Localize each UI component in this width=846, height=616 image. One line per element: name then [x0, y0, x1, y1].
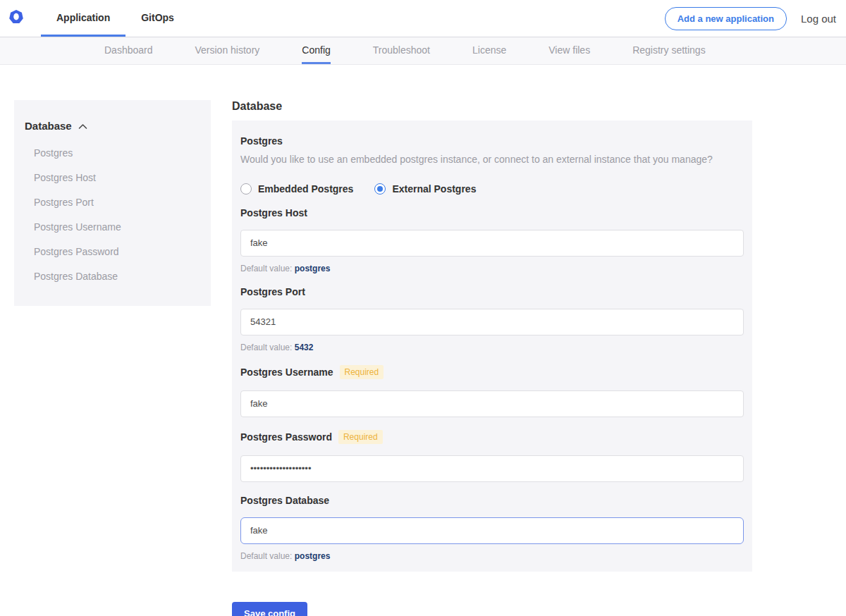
sidebar-item-postgres-port[interactable]: Postgres Port [34, 190, 211, 215]
add-application-button[interactable]: Add a new application [665, 7, 787, 30]
postgres-database-input[interactable] [240, 517, 744, 544]
field-postgres-port: Postgres Port Default value: 5432 [240, 286, 744, 352]
radio-circle-icon [240, 183, 252, 195]
sidebar-items: Postgres Postgres Host Postgres Port Pos… [14, 141, 211, 289]
field-label: Postgres Password Required [240, 430, 744, 444]
topbar-right: Add a new application Log out [665, 0, 846, 37]
default-value-hint: Default value: postgres [240, 264, 744, 273]
field-label-text: Postgres Password [240, 431, 332, 443]
kots-logo-icon [8, 9, 24, 27]
topbar: Application GitOps Add a new application… [0, 0, 846, 37]
sidebar-item-postgres-database[interactable]: Postgres Database [34, 264, 211, 289]
section-description: Would you like to use an embedded postgr… [240, 153, 744, 167]
field-label-text: Postgres Port [240, 286, 305, 297]
postgres-host-input[interactable] [240, 230, 744, 257]
app-subnav: Dashboard Version history Config Trouble… [0, 37, 846, 65]
topbar-left: Application GitOps [0, 0, 190, 37]
tab-application[interactable]: Application [41, 0, 125, 37]
radio-embedded-postgres[interactable]: Embedded Postgres [240, 183, 353, 195]
default-value: 5432 [295, 343, 314, 352]
required-badge: Required [340, 365, 384, 379]
chevron-up-icon [78, 120, 87, 132]
postgres-username-input[interactable] [240, 390, 744, 417]
subnav-item-version-history[interactable]: Version history [195, 37, 260, 64]
field-label: Postgres Database [240, 495, 744, 506]
config-main: Database Postgres Would you like to use … [232, 100, 752, 616]
sidebar-group-label: Database [25, 120, 72, 132]
database-config-panel: Postgres Would you like to use an embedd… [232, 121, 752, 572]
default-label: Default value: [240, 343, 292, 352]
logout-link[interactable]: Log out [801, 13, 836, 25]
radio-embedded-label: Embedded Postgres [258, 183, 353, 195]
radio-circle-icon [374, 183, 386, 195]
page-title: Database [232, 100, 752, 113]
field-label: Postgres Host [240, 207, 744, 218]
section-title: Postgres [240, 135, 744, 147]
default-value: postgres [295, 264, 331, 273]
required-badge: Required [338, 430, 383, 444]
field-postgres-database: Postgres Database Default value: postgre… [240, 495, 744, 561]
field-postgres-password: Postgres Password Required [240, 430, 744, 482]
save-config-button[interactable]: Save config [232, 602, 307, 616]
subnav-item-view-files[interactable]: View files [548, 37, 590, 64]
config-sidebar: Database Postgres Postgres Host Postgres… [14, 100, 211, 306]
default-value: postgres [295, 551, 331, 561]
config-content: Database Postgres Postgres Host Postgres… [0, 65, 846, 616]
field-postgres-username: Postgres Username Required [240, 365, 744, 417]
subnav-item-license[interactable]: License [472, 37, 506, 64]
tab-gitops[interactable]: GitOps [125, 0, 190, 37]
default-label: Default value: [240, 264, 292, 273]
postgres-mode-radio-group: Embedded Postgres External Postgres [240, 183, 744, 195]
sidebar-item-postgres-username[interactable]: Postgres Username [34, 215, 211, 240]
subnav-item-registry-settings[interactable]: Registry settings [632, 37, 705, 64]
field-postgres-host: Postgres Host Default value: postgres [240, 207, 744, 273]
sidebar-item-postgres[interactable]: Postgres [34, 141, 211, 166]
tab-application-label: Application [56, 12, 110, 23]
field-label-text: Postgres Database [240, 495, 329, 506]
sidebar-group-database[interactable]: Database [25, 120, 211, 132]
postgres-port-input[interactable] [240, 309, 744, 335]
default-value-hint: Default value: postgres [240, 551, 744, 561]
field-label: Postgres Port [240, 286, 744, 297]
subnav-item-dashboard[interactable]: Dashboard [104, 37, 153, 64]
default-label: Default value: [240, 551, 292, 561]
tab-gitops-label: GitOps [141, 12, 174, 23]
postgres-password-input[interactable] [240, 455, 744, 482]
app-logo[interactable] [8, 0, 24, 37]
radio-external-postgres[interactable]: External Postgres [374, 183, 476, 195]
subnav-item-config[interactable]: Config [302, 37, 330, 64]
field-label-text: Postgres Host [240, 207, 307, 218]
field-label: Postgres Username Required [240, 365, 744, 379]
sidebar-item-postgres-host[interactable]: Postgres Host [34, 166, 211, 190]
default-value-hint: Default value: 5432 [240, 343, 744, 352]
radio-external-label: External Postgres [392, 183, 476, 195]
subnav-item-troubleshoot[interactable]: Troubleshoot [373, 37, 430, 64]
field-label-text: Postgres Username [240, 366, 333, 378]
sidebar-item-postgres-password[interactable]: Postgres Password [34, 240, 211, 264]
